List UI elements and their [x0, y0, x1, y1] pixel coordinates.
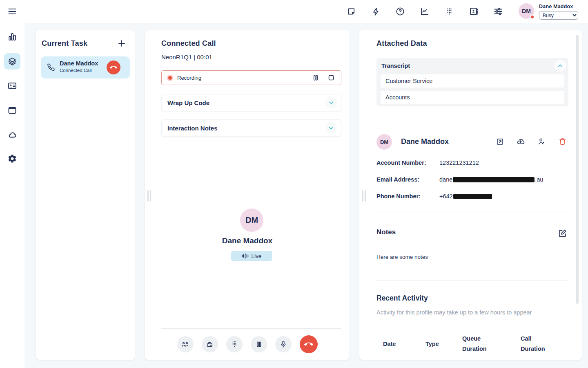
field-label: Phone Number:	[376, 193, 421, 200]
activity-table-header: Date Type Queue Duration Call Duration	[359, 333, 582, 356]
chevron-up-icon[interactable]	[555, 60, 566, 72]
column-header-call-duration: Call Duration	[521, 334, 556, 355]
add-task-button[interactable]	[117, 38, 128, 49]
chevron-down-icon[interactable]	[325, 122, 337, 134]
hold-button[interactable]	[251, 336, 267, 352]
current-task-title: Current Task	[42, 39, 87, 48]
sidebar-item-stats[interactable]	[4, 29, 20, 45]
stop-icon	[327, 74, 335, 82]
swap-device-button[interactable]	[202, 336, 218, 352]
attached-data-panel: Attached Data Transcript Customer Servic…	[359, 30, 582, 360]
divider	[376, 213, 568, 213]
edit-notes-button[interactable]	[558, 227, 569, 239]
mute-button[interactable]	[275, 336, 292, 352]
preferences-button[interactable]	[490, 3, 506, 20]
cloud-download-icon	[516, 137, 526, 146]
bar-stats-icon	[7, 32, 17, 42]
device-icon	[205, 340, 214, 349]
profile-name: Dane Maddox	[401, 137, 449, 146]
transcript-group: Transcript Customer Service Accounts	[376, 58, 568, 106]
line-chart-icon	[420, 7, 430, 16]
call-panel-title: Connected Call	[161, 39, 216, 48]
edit-profile-button[interactable]	[536, 136, 548, 147]
sliders-icon	[493, 7, 503, 16]
note-icon	[347, 7, 356, 16]
conference-button[interactable]	[177, 336, 194, 352]
contact-card-icon	[7, 81, 17, 91]
caller-initials: DM	[245, 215, 258, 225]
directory-button[interactable]	[466, 3, 482, 20]
help-icon	[395, 7, 405, 16]
call-queue-and-timer: NeonR1Q1 | 00:01	[161, 54, 212, 61]
layers-icon	[7, 56, 17, 66]
plus-icon	[117, 38, 127, 48]
person-edit-icon	[537, 137, 546, 146]
trash-icon	[558, 137, 567, 146]
sidebar-item-contacts[interactable]	[4, 78, 20, 94]
transcript-label: Transcript	[381, 63, 410, 69]
left-rail	[0, 23, 24, 368]
wrap-up-code-label: Wrap Up Code	[167, 99, 209, 106]
task-end-call-button[interactable]	[107, 61, 120, 74]
profile-actions	[494, 136, 568, 147]
user-avatar[interactable]: DM	[519, 3, 534, 19]
open-in-new-icon	[496, 137, 504, 146]
recording-dot	[168, 76, 172, 80]
agent-status-select[interactable]: Busy	[539, 11, 578, 20]
open-profile-button[interactable]	[494, 136, 506, 147]
sidebar-item-tasks[interactable]	[4, 53, 20, 70]
caller-name: Dane Maddox	[145, 236, 350, 245]
mic-icon	[279, 340, 287, 348]
field-label: Account Number:	[376, 159, 426, 166]
topbar-icon-group	[343, 3, 506, 20]
address-book-icon	[469, 7, 479, 16]
task-contact-name: Dane Maddox	[60, 60, 98, 67]
stop-recording-button[interactable]	[325, 72, 337, 83]
wrap-up-code-expander[interactable]: Wrap Up Code	[161, 94, 341, 111]
field-account-number: Account Number: 123221231212	[376, 159, 568, 168]
notes-pad-button[interactable]	[343, 3, 359, 20]
notes-content: Here are some notes	[376, 254, 428, 260]
sidebar-item-cloud[interactable]	[4, 127, 20, 143]
hamburger-menu-button[interactable]	[7, 6, 18, 17]
user-chip: DM Dane Maddox Busy	[519, 3, 578, 20]
user-initials: DM	[522, 8, 531, 14]
panel-resize-handle[interactable]	[362, 190, 367, 202]
interaction-notes-expander[interactable]: Interaction Notes	[161, 119, 341, 137]
connected-call-panel: Connected Call NeonR1Q1 | 00:01 Recordin…	[145, 30, 350, 360]
main-content: Current Task Dane Maddox Connected Call …	[24, 23, 588, 368]
transcript-item-label: Customer Service	[385, 78, 432, 84]
download-profile-button[interactable]	[515, 136, 526, 147]
current-task-panel: Current Task Dane Maddox Connected Call	[36, 30, 135, 360]
transcript-item[interactable]: Accounts	[381, 91, 564, 104]
task-list-item[interactable]: Dane Maddox Connected Call	[41, 56, 130, 79]
panel-resize-handle[interactable]	[147, 190, 152, 202]
chevron-down-icon[interactable]	[325, 97, 337, 108]
quick-actions-button[interactable]	[368, 3, 384, 20]
keypad-button[interactable]	[226, 336, 243, 352]
delete-profile-button[interactable]	[557, 136, 568, 147]
task-type-label: Connected Call	[60, 68, 92, 73]
transcript-header[interactable]: Transcript	[376, 58, 568, 74]
sidebar-item-workspace[interactable]	[4, 102, 20, 119]
panel-scrollbar[interactable]	[576, 35, 579, 304]
analytics-button[interactable]	[416, 3, 433, 20]
help-button[interactable]	[392, 3, 408, 20]
busy-status-dot	[530, 15, 535, 19]
pause-recording-button[interactable]	[310, 72, 321, 83]
field-value: dane.au	[439, 176, 543, 183]
transcript-item[interactable]: Customer Service	[381, 74, 564, 88]
column-header-date: Date	[383, 339, 396, 349]
live-label: Live	[252, 253, 262, 259]
window-icon	[7, 105, 17, 115]
sidebar-item-settings[interactable]	[4, 150, 20, 167]
gear-icon	[7, 154, 17, 164]
dialpad-button[interactable]	[441, 3, 457, 20]
field-email-address: Email Address: dane.au	[376, 176, 568, 184]
interaction-notes-label: Interaction Notes	[167, 125, 218, 132]
edit-icon	[558, 229, 567, 238]
topbar: DM Dane Maddox Busy	[0, 0, 588, 23]
recent-activity-title: Recent Activity	[376, 294, 428, 303]
recording-banner: Recording	[161, 70, 341, 85]
end-call-button[interactable]	[300, 335, 318, 353]
